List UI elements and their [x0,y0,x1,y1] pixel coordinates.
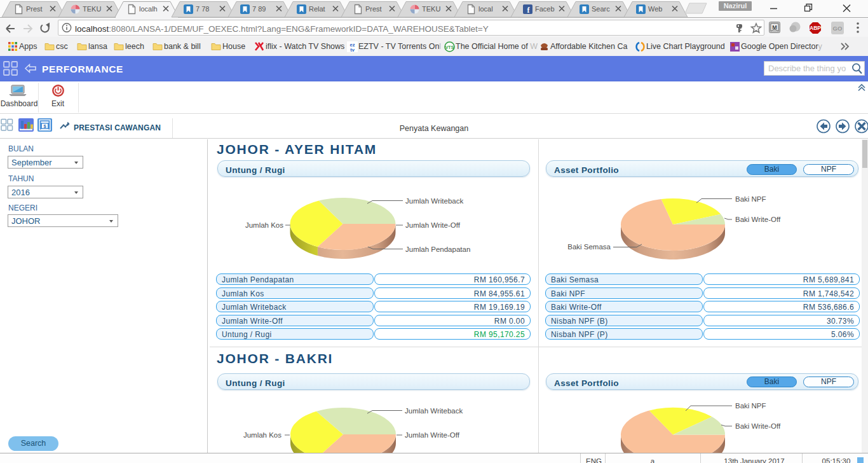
svg-text:GO: GO [833,25,843,32]
svg-text:ABP: ABP [810,25,821,31]
svg-text:Baki Write-Off: Baki Write-Off [735,216,781,223]
svg-text:Jumlah Kos: Jumlah Kos [245,221,283,229]
svg-text:Jumlah Pendapatan: Jumlah Pendapatan [405,245,470,253]
svg-text:Baki Write-Off: Baki Write-Off [735,422,781,430]
svg-text:Jumlah Writeback: Jumlah Writeback [405,197,463,205]
svg-text:M: M [772,24,777,31]
svg-text:Jumlah Write-Off: Jumlah Write-Off [405,431,460,439]
svg-text:Jumlah Kos: Jumlah Kos [243,431,281,439]
svg-text:Jumlah Writeback: Jumlah Writeback [405,407,463,415]
svg-text:Jumlah Write-Off: Jumlah Write-Off [405,221,461,229]
svg-text:Baki NPF: Baki NPF [735,195,766,203]
svg-text:Baki NPF: Baki NPF [735,402,766,410]
svg-text:tv: tv [350,47,355,53]
svg-text:Baki Semasa: Baki Semasa [567,243,611,251]
svg-text:VTS: VTS [445,45,454,50]
